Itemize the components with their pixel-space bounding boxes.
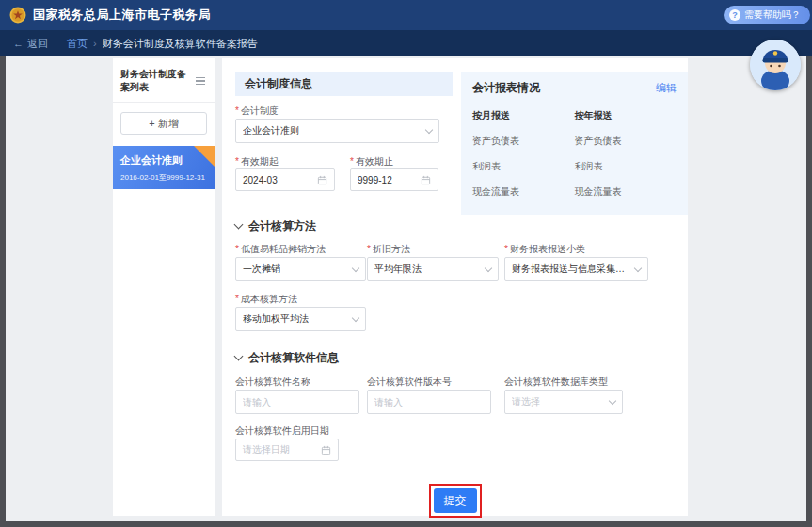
accounting-system-value: 企业会计准则 — [243, 124, 299, 137]
accounting-system-label-text: 会计制度 — [241, 105, 279, 116]
chevron-down-icon — [352, 313, 359, 321]
costing-label-text: 成本核算方法 — [241, 294, 297, 304]
annotation-highlight-box: 提交 — [429, 484, 482, 518]
report-status-columns: 按月报送 资产负债表 利润表 现金流量表 按年报送 资产负债表 利润表 现金流量… — [461, 96, 688, 211]
help-icon: ? — [729, 9, 740, 21]
national-emblem-logo — [9, 7, 26, 24]
submit-button[interactable]: 提交 — [434, 488, 477, 513]
software-date-label: 会计核算软件启用日期 — [235, 424, 329, 438]
sidebar-title: 财务会计制度备案列表 — [120, 68, 194, 94]
costing-label: *成本核算方法 — [235, 293, 297, 306]
report-status-header: 会计报表情况 编辑 — [461, 72, 688, 96]
chevron-down-icon — [485, 264, 492, 271]
software-info-section-title: 会计核算软件信息 — [235, 350, 339, 366]
help-button[interactable]: ? 需要帮助吗？ — [724, 6, 810, 24]
required-mark: * — [235, 156, 239, 167]
monthly-column: 按月报送 资产负债表 利润表 现金流量表 — [472, 109, 575, 211]
software-name-label: 会计核算软件名称 — [235, 375, 310, 389]
sidebar-header: 财务会计制度备案列表 — [113, 58, 215, 103]
accounting-system-label: *会计制度 — [235, 104, 279, 118]
chevron-down-icon — [634, 264, 642, 271]
report-subtype-label-text: 财务报表报送小类 — [510, 244, 585, 254]
software-version-field — [367, 390, 491, 414]
help-button-label: 需要帮助吗？ — [744, 8, 801, 22]
breadcrumb-current: 财务会计制度及核算软件备案报告 — [103, 37, 258, 51]
valid-to-label-text: 有效期止 — [356, 156, 393, 167]
list-menu-icon[interactable] — [194, 75, 207, 88]
required-mark: * — [350, 156, 354, 167]
valid-from-label-text: 有效期起 — [241, 156, 279, 167]
software-db-select[interactable]: 请选择 — [504, 390, 623, 414]
amortization-select[interactable]: 一次摊销 — [235, 257, 366, 281]
back-arrow-icon: ← — [13, 38, 24, 49]
submit-area: 提交 — [222, 484, 688, 518]
required-mark: * — [235, 105, 239, 116]
back-label: 返回 — [27, 37, 48, 51]
add-record-button[interactable]: + 新增 — [120, 112, 207, 135]
report-subtype-select[interactable]: 财务报表报送与信息采集（企业会... — [504, 257, 648, 281]
record-card-selected[interactable]: 企业会计准则 2016-02-01至9999-12-31 — [113, 146, 215, 189]
valid-from-input[interactable]: 2024-03 — [235, 168, 335, 191]
breadcrumb-home[interactable]: 首页 — [67, 37, 88, 51]
depreciation-value: 平均年限法 — [374, 263, 422, 276]
valid-from-label: *有效期起 — [235, 155, 279, 168]
monthly-column-header: 按月报送 — [472, 109, 575, 122]
main-panel: 会计制度信息 *会计制度 企业会计准则 *有效期起 *有效期止 2024-03 … — [222, 58, 688, 516]
mascot-avatar[interactable] — [750, 40, 801, 90]
valid-to-input[interactable]: 9999-12 — [350, 168, 438, 191]
breadcrumb-separator-icon: › — [93, 38, 97, 49]
required-mark: * — [235, 294, 239, 304]
accounting-system-section-title: 会计制度信息 — [235, 72, 453, 96]
yearly-column-header: 按年报送 — [575, 109, 677, 122]
valid-from-value: 2024-03 — [243, 175, 278, 185]
chevron-down-icon — [425, 125, 433, 133]
software-date-placeholder: 请选择日期 — [243, 443, 290, 456]
costing-value: 移动加权平均法 — [243, 312, 309, 326]
edit-link[interactable]: 编辑 — [656, 81, 677, 95]
report-status-panel: 会计报表情况 编辑 按月报送 资产负债表 利润表 现金流量表 按年报送 资产负债… — [461, 72, 688, 215]
monthly-report-item: 现金流量表 — [472, 185, 575, 199]
breadcrumb-bar: ← 返回 首页 › 财务会计制度及核算软件备案报告 — [0, 30, 812, 56]
mascot-icon — [750, 40, 801, 90]
back-link[interactable]: ← 返回 — [13, 37, 48, 51]
report-subtype-label: *财务报表报送小类 — [504, 243, 585, 256]
top-header: 国家税务总局上海市电子税务局 ? 需要帮助吗？ — [0, 0, 812, 30]
record-period: 2016-02-01至9999-12-31 — [120, 172, 207, 183]
depreciation-label: *折旧方法 — [367, 243, 410, 256]
software-name-input[interactable] — [243, 397, 352, 407]
amortization-label: *低值易耗品摊销方法 — [235, 243, 326, 256]
software-db-label: 会计核算软件数据库类型 — [504, 375, 608, 389]
calendar-icon — [421, 175, 431, 185]
yearly-column: 按年报送 资产负债表 利润表 现金流量表 — [575, 109, 677, 211]
site-title: 国家税务总局上海市电子税务局 — [33, 7, 211, 24]
depreciation-label-text: 折旧方法 — [373, 244, 410, 254]
accounting-system-select[interactable]: 企业会计准则 — [235, 119, 439, 143]
costing-select[interactable]: 移动加权平均法 — [235, 307, 366, 331]
yearly-report-item: 现金流量表 — [575, 185, 677, 199]
valid-to-value: 9999-12 — [358, 175, 392, 185]
monthly-report-item: 资产负债表 — [472, 135, 575, 148]
sidebar: 财务会计制度备案列表 + 新增 企业会计准则 2016-02-01至9999-1… — [113, 58, 215, 516]
depreciation-select[interactable]: 平均年限法 — [367, 257, 499, 281]
amortization-label-text: 低值易耗品摊销方法 — [241, 244, 326, 254]
amortization-value: 一次摊销 — [243, 263, 280, 276]
yearly-report-item: 利润表 — [575, 160, 677, 173]
required-mark: * — [367, 244, 371, 254]
software-db-placeholder: 请选择 — [512, 395, 540, 408]
chevron-down-icon — [352, 264, 359, 271]
valid-to-label: *有效期止 — [350, 155, 393, 168]
software-date-input[interactable]: 请选择日期 — [235, 439, 339, 461]
software-name-field — [235, 390, 359, 414]
status-ribbon — [194, 146, 215, 167]
collapse-chevron-icon[interactable] — [234, 220, 244, 230]
yearly-report-item: 资产负债表 — [575, 135, 677, 148]
chevron-down-icon — [609, 396, 616, 404]
accounting-methods-section-title: 会计核算方法 — [235, 218, 316, 234]
required-mark: * — [504, 244, 508, 254]
software-info-title-text: 会计核算软件信息 — [248, 350, 339, 366]
calendar-icon — [321, 445, 331, 455]
collapse-chevron-icon[interactable] — [234, 352, 244, 361]
software-version-input[interactable] — [374, 397, 484, 407]
required-mark: * — [235, 244, 239, 254]
software-version-label: 会计核算软件版本号 — [367, 375, 452, 389]
